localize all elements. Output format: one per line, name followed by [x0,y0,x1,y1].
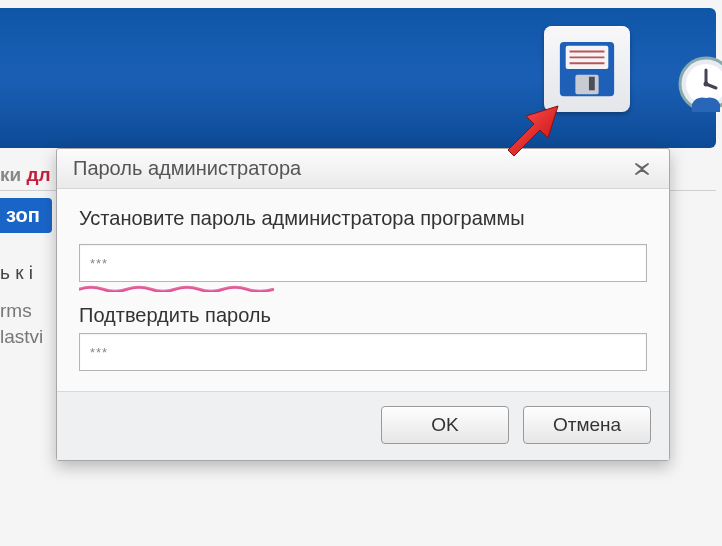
svg-rect-6 [589,77,595,91]
password-input[interactable] [79,244,647,282]
app-header-banner [0,8,716,148]
clock-icon [676,54,722,114]
bg-fragment-5: lastvi [0,326,43,348]
svg-rect-5 [575,75,598,94]
bg-fragment-3: ь к і [0,262,33,284]
close-button[interactable] [625,159,659,179]
bg-fragment-1: ки дл [0,164,51,186]
set-password-label: Установите пароль администратора програм… [79,207,647,230]
bg-blue-badge: зоп [0,198,52,233]
pointer-arrow [498,96,568,166]
close-icon [633,163,651,175]
cancel-button[interactable]: Отмена [523,406,651,444]
bg-fragment-4: rms [0,300,32,322]
password-dialog: Пароль администратора Установите пароль … [56,148,670,461]
dialog-title: Пароль администратора [73,157,301,180]
dialog-body: Установите пароль администратора програм… [57,189,669,391]
annotation-underline [79,285,274,292]
confirm-password-input[interactable] [79,333,647,371]
dialog-footer: OK Отмена [57,391,669,460]
confirm-password-label: Подтвердить пароль [79,304,647,327]
ok-button[interactable]: OK [381,406,509,444]
floppy-disk-icon [556,38,618,100]
dialog-titlebar: Пароль администратора [57,149,669,189]
svg-point-11 [704,82,709,87]
